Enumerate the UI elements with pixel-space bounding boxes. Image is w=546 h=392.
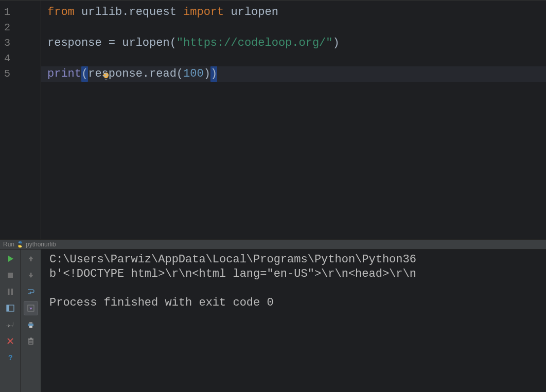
number: 100 bbox=[183, 66, 204, 82]
svg-rect-11 bbox=[30, 273, 31, 275]
down-button[interactable] bbox=[24, 268, 38, 282]
bracket-hl: ( bbox=[81, 66, 88, 82]
run-tab-bar[interactable]: Run pythonurlib bbox=[0, 239, 546, 250]
console-toolbar-left: ? bbox=[0, 250, 21, 392]
console-line: C:\Users\Parwiz\AppData\Local\Programs\P… bbox=[49, 253, 416, 266]
svg-rect-10 bbox=[30, 259, 31, 261]
code-line[interactable]: from urllib.request import urlopen bbox=[47, 5, 546, 20]
svg-text:?: ? bbox=[8, 354, 12, 362]
svg-point-2 bbox=[19, 242, 20, 242]
svg-rect-15 bbox=[29, 326, 32, 328]
bulb-icon[interactable] bbox=[47, 55, 56, 63]
pin-button[interactable] bbox=[3, 317, 17, 332]
identifier: urlopen bbox=[231, 5, 278, 20]
code-line[interactable]: response = urlopen("https://codeloop.org… bbox=[47, 35, 546, 51]
identifier: urllib.request bbox=[81, 5, 177, 20]
wrap-button[interactable] bbox=[24, 284, 38, 299]
run-label[interactable]: Run bbox=[3, 241, 14, 248]
svg-rect-4 bbox=[8, 273, 13, 278]
layout-button[interactable] bbox=[3, 301, 17, 315]
svg-rect-5 bbox=[8, 289, 10, 295]
line-number: 3 bbox=[0, 35, 41, 51]
bracket-hl: ) bbox=[210, 66, 217, 82]
console-pane: ? C:\Users\Parwiz\AppData\Local\Programs… bbox=[0, 250, 546, 392]
run-config-name[interactable]: pythonurlib bbox=[26, 241, 56, 248]
help-button[interactable]: ? bbox=[3, 350, 17, 365]
line-number: 4 bbox=[0, 51, 41, 66]
trash-button[interactable] bbox=[24, 334, 38, 348]
code-area[interactable]: from urllib.request import urlopen respo… bbox=[41, 1, 546, 239]
stop-button[interactable] bbox=[3, 268, 17, 282]
svg-rect-18 bbox=[30, 338, 32, 339]
svg-rect-6 bbox=[11, 289, 13, 295]
console-line: Process finished with exit code 0 bbox=[49, 296, 274, 309]
string: "https://codeloop.org/" bbox=[177, 35, 333, 51]
svg-rect-14 bbox=[29, 322, 32, 324]
pause-button[interactable] bbox=[3, 284, 17, 299]
run-button[interactable] bbox=[3, 252, 17, 266]
keyword: import bbox=[183, 5, 224, 20]
close-button[interactable] bbox=[3, 334, 17, 348]
python-icon bbox=[16, 241, 24, 248]
code-editor[interactable]: 1 2 3 4 5 from urllib.request import url… bbox=[0, 0, 546, 239]
svg-rect-17 bbox=[28, 338, 33, 340]
builtin: print bbox=[47, 66, 81, 82]
line-number: 2 bbox=[0, 20, 41, 35]
svg-rect-8 bbox=[7, 305, 9, 311]
svg-point-3 bbox=[21, 246, 21, 247]
line-gutter: 1 2 3 4 5 bbox=[0, 1, 41, 239]
line-number: 1 bbox=[0, 5, 41, 20]
scroll-to-end-button[interactable] bbox=[24, 301, 38, 315]
code-line-current[interactable]: print(response.read(100)) bbox=[41, 66, 546, 82]
line-number: 5 bbox=[0, 66, 41, 82]
code-line[interactable] bbox=[47, 51, 546, 66]
identifier: response bbox=[47, 35, 109, 51]
console-output[interactable]: C:\Users\Parwiz\AppData\Local\Programs\P… bbox=[41, 250, 546, 392]
keyword: from bbox=[47, 5, 75, 20]
console-line: b'<!DOCTYPE html>\r\n<html lang="en-US">… bbox=[49, 268, 416, 280]
up-button[interactable] bbox=[24, 252, 38, 266]
code-line[interactable] bbox=[47, 20, 546, 35]
console-toolbar-right bbox=[21, 250, 41, 392]
print-button[interactable] bbox=[24, 317, 38, 332]
